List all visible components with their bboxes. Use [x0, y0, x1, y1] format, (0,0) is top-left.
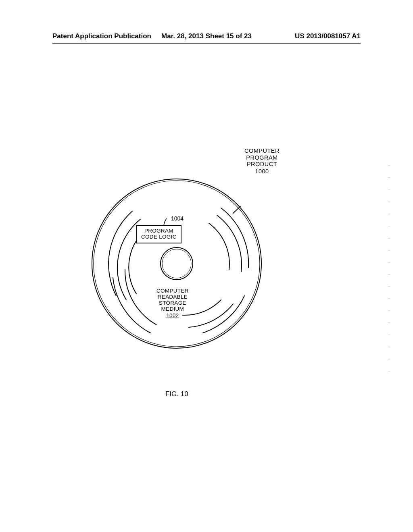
header-rule	[52, 43, 361, 44]
svg-point-3	[162, 249, 191, 278]
box-line2: CODE LOGIC	[141, 234, 177, 240]
header-left: Patent Application Publication	[52, 32, 151, 40]
medium-ref: 1002	[166, 312, 179, 318]
computer-program-product-label: COMPUTER PROGRAM PRODUCT 1000	[244, 148, 280, 175]
disc-illustration: 1004 PROGRAM CODE LOGIC COMPUTER READABL…	[88, 175, 265, 352]
product-ref: 1000	[255, 168, 269, 175]
patent-page: Patent Application Publication Mar. 28, …	[0, 0, 413, 532]
medium-line3: STORAGE	[156, 300, 189, 306]
program-code-logic-box: PROGRAM CODE LOGIC	[136, 225, 181, 243]
medium-line2: READABLE	[156, 294, 189, 300]
box-line1: PROGRAM	[141, 228, 177, 234]
page-header: Patent Application Publication Mar. 28, …	[0, 32, 413, 40]
medium-line1: COMPUTER	[156, 288, 189, 294]
product-line1: COMPUTER	[244, 148, 280, 154]
header-right: US 2013/0081057 A1	[295, 32, 361, 40]
product-line3: PRODUCT	[244, 161, 280, 168]
svg-point-2	[161, 247, 193, 280]
scan-artifact	[388, 165, 390, 375]
figure-10: COMPUTER PROGRAM PRODUCT 1000	[88, 149, 273, 352]
figure-caption: FIG. 10	[165, 390, 188, 398]
medium-line4: MEDIUM	[156, 306, 189, 312]
product-line2: PROGRAM	[244, 154, 280, 161]
ref-1004: 1004	[171, 215, 184, 222]
header-center: Mar. 28, 2013 Sheet 15 of 23	[161, 32, 252, 40]
disc-svg	[88, 175, 265, 352]
svg-point-1	[94, 181, 260, 347]
computer-readable-storage-medium-label: COMPUTER READABLE STORAGE MEDIUM 1002	[156, 288, 189, 319]
header-row: Patent Application Publication Mar. 28, …	[0, 32, 413, 40]
